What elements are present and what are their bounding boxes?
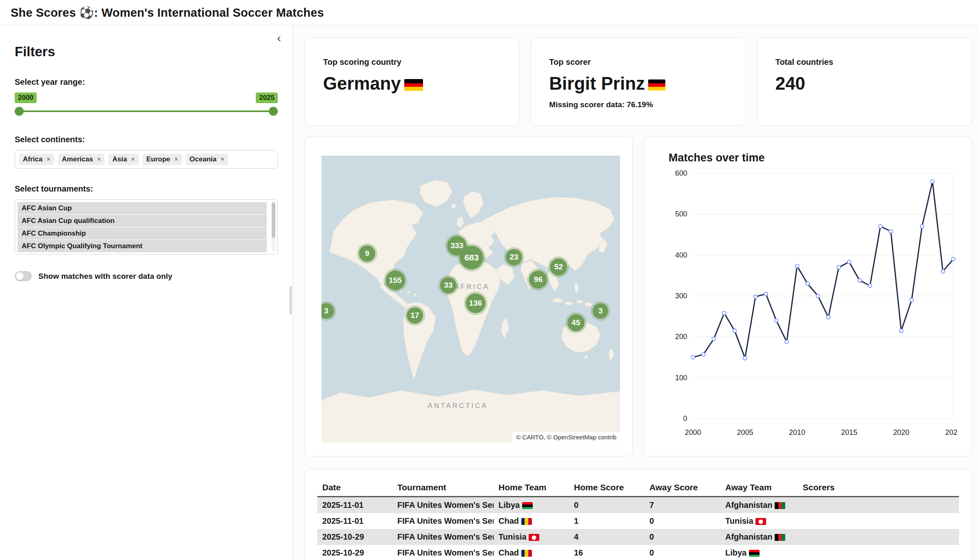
remove-tag-icon[interactable]: × (131, 156, 135, 163)
svg-text:300: 300 (675, 292, 687, 300)
slider-handle-max[interactable] (269, 107, 278, 116)
remove-tag-icon[interactable]: × (97, 156, 101, 163)
sidebar-scrollbar-thumb[interactable] (290, 286, 292, 315)
away-team-cell-text: Afghanistan (725, 532, 773, 541)
app-header: She Scores ⚽: Women's International Socc… (0, 0, 979, 25)
tournaments-listbox[interactable]: AFC Asian CupAFC Asian Cup qualification… (15, 199, 278, 255)
svg-text:2000: 2000 (685, 428, 701, 437)
missing-scorer-note: Missing scorer data: 76.19% (549, 100, 727, 109)
map-cluster-marker[interactable]: 17 (407, 307, 423, 324)
sidebar: ‹ Filters Select year range: 2000 2025 S… (0, 25, 293, 560)
tn-flag-icon (529, 534, 539, 541)
continent-tag-americas: Americas× (58, 154, 105, 165)
home-score-cell: 1 (569, 513, 645, 529)
tournament-option[interactable]: AFC Asian Cup (18, 202, 267, 214)
map-cluster-marker[interactable]: 96 (529, 271, 547, 289)
home-score-cell-text: 16 (574, 548, 583, 557)
column-header-home-score: Home Score (569, 479, 645, 497)
map-attribution[interactable]: © CARTO, © OpenStreetMap contrib (512, 432, 620, 442)
de-flag-icon (404, 79, 423, 91)
scorers-cell (798, 513, 959, 529)
tournament-cell-text: FIFA Unites Women's Series (397, 500, 494, 509)
germany-flag-icon (404, 73, 423, 94)
map-cluster-marker[interactable]: 136 (466, 293, 485, 313)
scorers-cell (798, 497, 959, 514)
svg-text:600: 600 (675, 169, 687, 177)
sidebar-collapse-button[interactable]: ‹ (277, 32, 281, 44)
td-flag-icon (521, 518, 532, 525)
stat-card-top-scorer: Top scorer Birgit Prinz Missing scorer d… (531, 37, 745, 126)
tournament-cell: FIFA Unites Women's Series (392, 497, 494, 514)
away-score-cell-text: 0 (649, 532, 654, 541)
slider-track[interactable] (15, 106, 278, 116)
stat-value-text: Birgit Prinz (549, 73, 645, 94)
away-score-cell: 0 (645, 529, 720, 545)
continent-tag-label: Asia (112, 155, 127, 163)
date-cell-text: 2025-11-01 (322, 516, 363, 525)
map-cluster-marker[interactable]: 683 (460, 246, 483, 269)
stat-card-top-scoring-country: Top scoring country Germany (305, 37, 519, 126)
listbox-scrollbar[interactable] (272, 202, 275, 252)
away-team-cell: Afghanistan (720, 529, 798, 545)
continents-label: Select continents: (15, 135, 278, 144)
matches-table: DateTournamentHome TeamHome ScoreAway Sc… (317, 479, 959, 560)
map-cluster-marker[interactable]: 3 (593, 303, 608, 319)
scorer-toggle-label: Show matches with scorer data only (38, 272, 172, 281)
continent-tag-label: Oceania (190, 155, 217, 163)
chart-title: Matches over time (669, 152, 957, 164)
matches-table-card[interactable]: DateTournamentHome TeamHome ScoreAway Sc… (305, 469, 972, 560)
column-header-scorers: Scorers (798, 479, 959, 497)
column-header-away-score: Away Score (645, 479, 720, 497)
table-row: 2025-10-29FIFA Unites Women's SeriesChad… (317, 545, 959, 560)
stat-value-text: 240 (775, 73, 805, 94)
svg-text:500: 500 (675, 210, 687, 218)
continent-tag-africa: Africa× (19, 154, 54, 165)
away-team-cell: Tunisia (720, 513, 798, 529)
map-cluster-marker[interactable]: 9 (359, 245, 375, 262)
germany-flag-icon (648, 73, 665, 94)
stat-card-total-countries: Total countries 240 (757, 37, 972, 126)
tournament-option[interactable]: AFC Olympic Qualifying Tournament (18, 240, 267, 252)
world-map[interactable]: AFRICAANTARCTICA915533368323529633136174… (321, 156, 620, 442)
listbox-scrollbar-thumb[interactable] (272, 202, 275, 238)
slider-handle-min[interactable] (15, 107, 24, 116)
tournament-cell: FIFA Unites Women's Series (392, 513, 494, 529)
continent-tag-oceania: Oceania× (186, 154, 228, 165)
away-team-cell: Afghanistan (720, 497, 798, 514)
remove-tag-icon[interactable]: × (174, 156, 178, 163)
svg-text:100: 100 (675, 374, 687, 382)
table-row: 2025-10-29FIFA Unites Women's SeriesTuni… (317, 529, 959, 545)
map-cluster-marker[interactable]: 52 (550, 258, 567, 276)
tournaments-label: Select tournaments: (15, 184, 278, 194)
tournament-cell-text: FIFA Unites Women's Series (397, 548, 494, 557)
matches-over-time-chart[interactable]: 0100200300400500600200020052010201520202… (658, 166, 957, 446)
date-cell-text: 2025-11-01 (322, 500, 363, 509)
column-header-date: Date (317, 479, 392, 497)
map-cluster-marker[interactable]: 23 (506, 249, 522, 265)
tournament-option[interactable]: AFC Asian Cup qualification (18, 215, 267, 227)
year-range-slider[interactable]: 2000 2025 (15, 93, 278, 116)
continents-multiselect[interactable]: Africa×Americas×Asia×Europe×Oceania× (15, 150, 278, 169)
svg-text:2025: 2025 (945, 428, 957, 437)
map-cluster-marker[interactable]: 155 (385, 271, 405, 290)
home-team-cell-text: Tunisia (498, 532, 527, 541)
away-score-cell-text: 0 (649, 516, 654, 525)
home-score-cell: 4 (569, 529, 645, 545)
scorer-data-toggle[interactable] (15, 271, 32, 281)
remove-tag-icon[interactable]: × (47, 156, 50, 163)
tournament-option[interactable]: AFC Championship (18, 227, 267, 240)
date-cell-text: 2025-10-29 (322, 532, 364, 541)
column-header-away-team: Away Team (720, 479, 798, 497)
stat-cards-row: Top scoring country Germany Top scorer B… (305, 37, 972, 126)
stat-label: Total countries (775, 57, 953, 67)
tournament-cell: FIFA Unites Women's Series (392, 545, 494, 560)
svg-text:0: 0 (683, 414, 687, 423)
home-team-cell-text: Chad (498, 516, 519, 525)
map-cluster-marker[interactable]: 45 (567, 314, 585, 331)
map-label-antarctica: ANTARCTICA (428, 402, 488, 410)
filters-title: Filters (15, 44, 278, 60)
continent-tag-label: Africa (23, 155, 42, 163)
remove-tag-icon[interactable]: × (221, 156, 224, 163)
svg-text:2020: 2020 (893, 428, 909, 437)
map-cluster-marker[interactable]: 33 (440, 277, 456, 293)
